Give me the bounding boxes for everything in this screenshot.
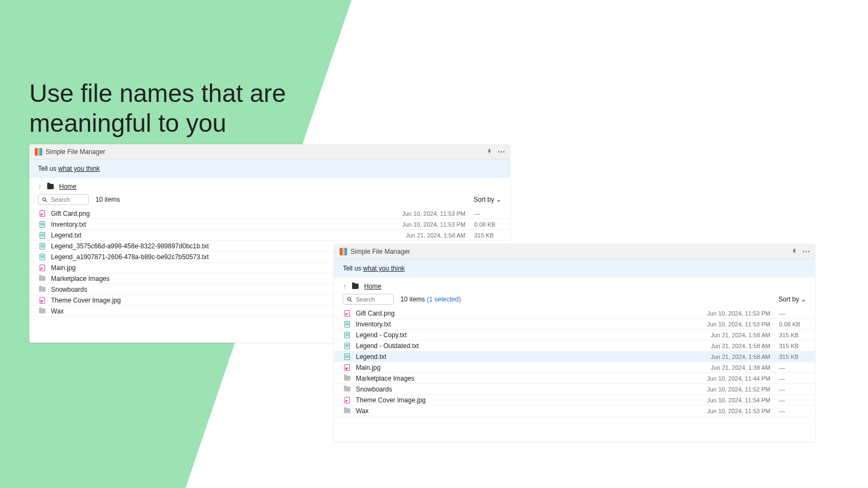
text-file-icon bbox=[344, 332, 350, 338]
feedback-banner: Tell us what you think bbox=[29, 159, 510, 178]
file-date: Jun 10, 2024, 11:53 PM bbox=[384, 221, 465, 228]
file-name: Legend - Copy.txt bbox=[356, 331, 689, 339]
svg-point-2 bbox=[348, 297, 351, 300]
banner-link[interactable]: what you think bbox=[58, 165, 100, 172]
search-icon bbox=[42, 197, 48, 203]
search-input[interactable] bbox=[356, 296, 388, 303]
file-size: — bbox=[474, 210, 501, 217]
item-count: 10 items bbox=[95, 196, 120, 203]
folder-icon bbox=[39, 276, 46, 281]
image-file-icon bbox=[40, 297, 45, 304]
image-file-icon bbox=[344, 310, 350, 317]
file-row[interactable]: Gift Card.pngJun 10, 2024, 11:53 PM— bbox=[29, 208, 510, 219]
file-size: — bbox=[779, 375, 806, 382]
item-count: 10 items (1 selected) bbox=[400, 296, 461, 303]
file-size: — bbox=[779, 408, 806, 414]
image-file-icon bbox=[344, 397, 350, 403]
file-row[interactable]: Theme Cover Image.jpgJun 10, 2024, 11:54… bbox=[334, 395, 815, 406]
toolbar: 10 items Sort by ⌄ bbox=[29, 194, 510, 208]
banner-prefix: Tell us bbox=[343, 265, 363, 272]
file-name: Inventory.txt bbox=[356, 320, 689, 328]
folder-icon bbox=[39, 287, 46, 292]
file-row[interactable]: Inventory.txtJun 10, 2024, 11:53 PM0.08 … bbox=[334, 319, 815, 330]
svg-line-1 bbox=[46, 200, 47, 202]
pin-icon[interactable] bbox=[486, 149, 493, 155]
file-size: 315 KB bbox=[779, 354, 806, 360]
app-title: Simple File Manager bbox=[350, 248, 410, 255]
file-date: Jun 21, 2024, 1:58 AM bbox=[384, 232, 465, 239]
chevron-down-icon: ⌄ bbox=[496, 196, 501, 203]
svg-line-3 bbox=[350, 300, 352, 301]
file-name: Legend.txt bbox=[356, 353, 689, 361]
breadcrumb: ↑ Home bbox=[334, 278, 815, 294]
file-list: Gift Card.pngJun 10, 2024, 11:53 PM—Inve… bbox=[334, 308, 815, 416]
file-size: 315 KB bbox=[779, 332, 806, 338]
text-file-icon bbox=[40, 243, 45, 249]
text-file-icon bbox=[344, 321, 350, 328]
crumb-home[interactable]: Home bbox=[364, 282, 381, 290]
folder-icon bbox=[352, 284, 359, 289]
titlebar: Simple File Manager ⋯ bbox=[29, 144, 510, 159]
file-size: 0.08 KB bbox=[474, 221, 501, 228]
text-file-icon bbox=[344, 343, 350, 349]
file-date: Jun 21, 2024, 1:58 AM bbox=[689, 343, 770, 349]
file-name: Wax bbox=[356, 407, 689, 415]
file-name: Gift Card.png bbox=[356, 310, 689, 317]
file-name: Legend - Outdated.txt bbox=[356, 342, 689, 350]
file-row[interactable]: Main.jpgJun 21, 2024, 1:38 AM— bbox=[334, 362, 815, 373]
more-icon[interactable]: ⋯ bbox=[498, 149, 505, 155]
file-size: 315 KB bbox=[474, 232, 501, 239]
file-row[interactable]: Legend.txtJun 21, 2024, 1:58 AM315 KB bbox=[29, 230, 510, 241]
file-row[interactable]: Inventory.txtJun 10, 2024, 11:53 PM0.08 … bbox=[29, 219, 510, 230]
file-size: — bbox=[779, 397, 806, 403]
file-date: Jun 10, 2024, 11:53 PM bbox=[689, 310, 770, 317]
app-title: Simple File Manager bbox=[46, 148, 105, 156]
file-name: Inventory.txt bbox=[51, 221, 384, 228]
file-row[interactable]: Legend - Copy.txtJun 21, 2024, 1:58 AM31… bbox=[334, 330, 815, 341]
file-size: 315 KB bbox=[779, 343, 806, 349]
banner-link[interactable]: what you think bbox=[363, 265, 405, 272]
sort-by-button[interactable]: Sort by ⌄ bbox=[778, 296, 806, 303]
file-row[interactable]: WaxJun 10, 2024, 11:53 PM— bbox=[334, 406, 815, 416]
up-icon[interactable]: ↑ bbox=[343, 282, 347, 291]
app-logo-icon bbox=[340, 248, 347, 255]
crumb-home[interactable]: Home bbox=[59, 183, 76, 190]
folder-icon bbox=[47, 184, 54, 189]
folder-icon bbox=[39, 309, 46, 313]
file-row[interactable]: Marketplace ImagesJun 10, 2024, 11:44 PM… bbox=[334, 373, 815, 384]
file-row[interactable]: Legend - Outdated.txtJun 21, 2024, 1:58 … bbox=[334, 341, 815, 351]
file-name: Legend.txt bbox=[51, 232, 384, 239]
up-icon[interactable]: ↑ bbox=[38, 182, 42, 191]
svg-point-0 bbox=[43, 197, 46, 201]
text-file-icon bbox=[40, 254, 45, 260]
file-date: Jun 21, 2024, 1:38 AM bbox=[689, 364, 770, 371]
sort-by-button[interactable]: Sort by ⌄ bbox=[474, 196, 501, 203]
file-row[interactable]: Gift Card.pngJun 10, 2024, 11:53 PM— bbox=[334, 308, 815, 319]
selected-count[interactable]: (1 selected) bbox=[427, 296, 461, 303]
file-date: Jun 10, 2024, 11:54 PM bbox=[689, 397, 770, 403]
app-logo-icon bbox=[35, 148, 42, 156]
breadcrumb: ↑ Home bbox=[29, 178, 510, 194]
banner-prefix: Tell us bbox=[38, 165, 58, 172]
search-input-wrap[interactable] bbox=[343, 294, 394, 305]
search-input[interactable] bbox=[51, 196, 84, 203]
image-file-icon bbox=[344, 364, 350, 371]
text-file-icon bbox=[344, 354, 350, 360]
file-date: Jun 21, 2024, 1:58 AM bbox=[689, 332, 770, 338]
text-file-icon bbox=[40, 221, 45, 228]
item-count-number: 10 items bbox=[400, 296, 425, 303]
search-input-wrap[interactable] bbox=[38, 194, 89, 205]
folder-icon bbox=[344, 376, 350, 381]
file-size: — bbox=[779, 310, 806, 317]
file-date: Jun 10, 2024, 11:44 PM bbox=[689, 375, 770, 382]
file-row[interactable]: Legend.txtJun 21, 2024, 1:58 AM315 KB bbox=[334, 351, 815, 362]
text-file-icon bbox=[40, 232, 45, 239]
file-name: Theme Cover Image.jpg bbox=[356, 396, 689, 404]
file-manager-panel-after: Simple File Manager ⋯ Tell us what you t… bbox=[334, 244, 815, 441]
more-icon[interactable]: ⋯ bbox=[803, 248, 809, 255]
sort-by-label: Sort by bbox=[778, 296, 799, 303]
page-heading: Use file names that aremeaningful to you bbox=[29, 79, 286, 138]
file-date: Jun 10, 2024, 11:53 PM bbox=[689, 408, 770, 414]
file-row[interactable]: SnowboardsJun 10, 2024, 11:52 PM— bbox=[334, 384, 815, 395]
pin-icon[interactable] bbox=[791, 248, 797, 255]
